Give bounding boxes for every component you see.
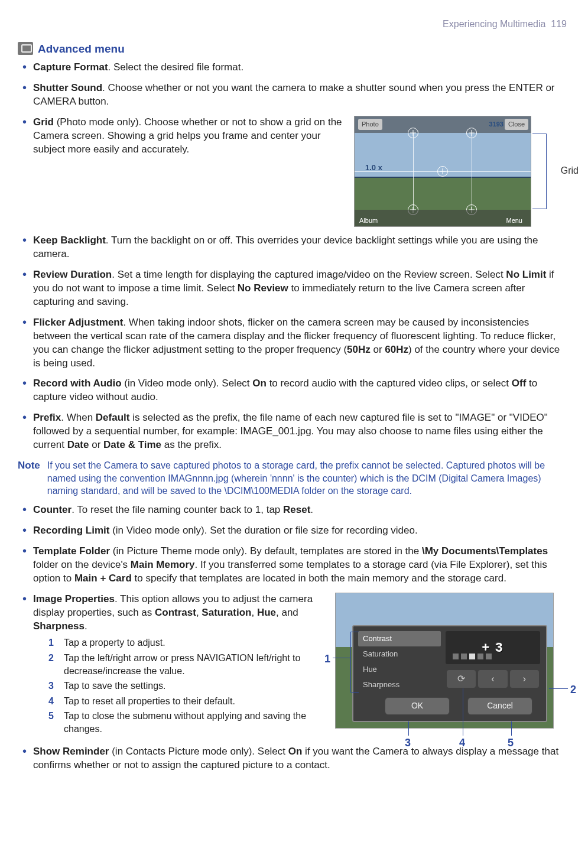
item-recording-limit: Recording Limit (in Video mode only). Se…	[18, 524, 567, 538]
b1: Default	[96, 412, 130, 423]
b1: 50Hz	[347, 344, 371, 355]
desc: . Select the desired file format.	[108, 61, 244, 73]
b3: Main + Card	[74, 573, 132, 584]
label: Prefix	[33, 412, 61, 423]
d2: to record audio with the captured video …	[267, 378, 512, 389]
step-5: 5Tap to close the submenu without applyi…	[48, 710, 328, 735]
label: Grid	[33, 116, 54, 128]
close-label: Close	[505, 119, 528, 130]
mode-note: (in Contacts Picture mode only).	[109, 746, 257, 757]
label: Capture Format	[33, 61, 108, 73]
label: Template Folder	[33, 545, 110, 557]
item-review-duration: Review Duration. Set a time length for d…	[18, 268, 567, 309]
mode-note: (in Picture Theme mode only).	[110, 545, 250, 557]
left-arrow-icon[interactable]: ‹	[478, 670, 507, 688]
item-show-reminder: Show Reminder (in Contacts Picture mode …	[18, 745, 567, 772]
label: Show Reminder	[33, 746, 109, 757]
step-text: Tap to close the submenu without applyin…	[64, 710, 328, 735]
note-block: Note If you set the Camera to save captu…	[18, 459, 567, 498]
item-record-with-audio: Record with Audio (in Video mode only). …	[18, 377, 567, 404]
camera-preview: Photo 3193 Close 1.0 x Album	[354, 116, 531, 227]
desc: . Choose whether or not you want the cam…	[33, 82, 555, 107]
value-display: + 3	[446, 631, 540, 664]
step-2: 2Tap the left/right arrow or press NAVIG…	[48, 652, 328, 677]
right-arrow-icon[interactable]: ›	[510, 670, 539, 688]
b1: No Limit	[506, 269, 546, 280]
item-shutter-sound: Shutter Sound. Choose whether or not you…	[18, 82, 567, 109]
callout-1: 1	[324, 652, 330, 666]
d2: .	[85, 620, 87, 632]
b4: Sharpness	[33, 620, 85, 632]
item-counter: Counter. To reset the file naming counte…	[18, 503, 567, 517]
item-capture-format: Capture Format. Select the desired file …	[18, 61, 567, 74]
opt-sharpness[interactable]: Sharpness	[358, 677, 441, 693]
grid-figure: Photo 3193 Close 1.0 x Album	[354, 116, 567, 227]
mode-note: (in Video mode only).	[122, 378, 222, 389]
d2: .	[310, 504, 313, 515]
opt-contrast[interactable]: Contrast	[358, 631, 441, 646]
b1: On	[288, 746, 303, 757]
label: Flicker Adjustment	[33, 317, 123, 328]
item-flicker-adjustment: Flicker Adjustment. When taking indoor s…	[18, 316, 567, 370]
property-list: Contrast Saturation Hue Sharpness	[358, 631, 441, 693]
opt-hue[interactable]: Hue	[358, 662, 441, 677]
item-image-properties: Image Properties. This option allows you…	[18, 593, 567, 738]
mode-note: (Photo mode only).	[54, 116, 144, 128]
counter-label: 3193	[486, 119, 507, 130]
d1: By default, templates are stored in the	[250, 545, 422, 557]
d2: folder on the device's	[33, 559, 131, 570]
album-label: Album	[359, 216, 378, 225]
b3: Hue	[257, 607, 276, 618]
cancel-button[interactable]: Cancel	[467, 697, 532, 715]
d1: Select	[222, 378, 252, 389]
label: Record with Audio	[33, 378, 122, 389]
step-3: 3Tap to save the settings.	[48, 680, 328, 693]
d1: . Set a time length for displaying the c…	[112, 269, 506, 280]
b2: Main Memory	[131, 559, 195, 570]
step-text: Tap a property to adjust.	[64, 636, 165, 649]
desc: . Turn the backlight on or off. This ove…	[33, 235, 538, 259]
callout-2: 2	[570, 682, 576, 697]
reset-icon[interactable]: ⟳	[447, 670, 476, 688]
b1: \My Documents\Templates	[422, 545, 548, 557]
image-properties-panel: Contrast Saturation Hue Sharpness + 3	[352, 625, 547, 722]
c2: ,	[251, 607, 256, 618]
page-header: Experiencing Multimedia 119	[18, 18, 567, 31]
label: Image Properties	[33, 593, 115, 604]
ok-button[interactable]: OK	[385, 697, 450, 715]
item-prefix: Prefix. When Default is selected as the …	[18, 411, 567, 452]
item-grid: Grid (Photo mode only). Choose whether o…	[18, 116, 567, 227]
label: Counter	[33, 504, 72, 515]
desc: Set the duration or file size for record…	[210, 525, 418, 536]
b3: Date & Time	[103, 439, 161, 450]
options-list: Capture Format. Select the desired file …	[18, 61, 567, 452]
b2: No Review	[238, 282, 288, 294]
label: Keep Backlight	[33, 235, 106, 246]
or: or	[371, 344, 385, 355]
b1: On	[252, 378, 267, 389]
steps-list: 1Tap a property to adjust. 2Tap the left…	[48, 636, 328, 735]
grid-bracket	[532, 134, 547, 209]
item-keep-backlight: Keep Backlight. Turn the backlight on or…	[18, 234, 567, 261]
b1: Contrast	[155, 607, 196, 618]
or: or	[89, 439, 104, 450]
label: Recording Limit	[33, 525, 109, 536]
step-text: Tap to reset all properties to their def…	[64, 695, 235, 708]
b1: Reset	[283, 504, 310, 515]
section-heading: Advanced menu	[18, 41, 567, 57]
zoom-level: 1.0 x	[365, 162, 382, 173]
mode-label: Photo	[358, 119, 382, 130]
b2: Saturation	[202, 607, 251, 618]
b2: 60Hz	[385, 344, 408, 355]
opt-saturation[interactable]: Saturation	[358, 646, 441, 662]
c3: , and	[276, 607, 298, 618]
mode-note: (in Video mode only).	[109, 525, 210, 536]
grid-callout-label: Grid	[561, 164, 579, 177]
item-template-folder: Template Folder (in Picture Theme mode o…	[18, 545, 567, 586]
chapter-title: Experiencing Multimedia	[443, 19, 545, 29]
step-text: Tap the left/right arrow or press NAVIGA…	[64, 652, 328, 677]
note-key: Note	[18, 459, 40, 498]
b2: Off	[512, 378, 527, 389]
d3: as the prefix.	[161, 439, 222, 450]
options-list-2: Counter. To reset the file naming counte…	[18, 503, 567, 772]
